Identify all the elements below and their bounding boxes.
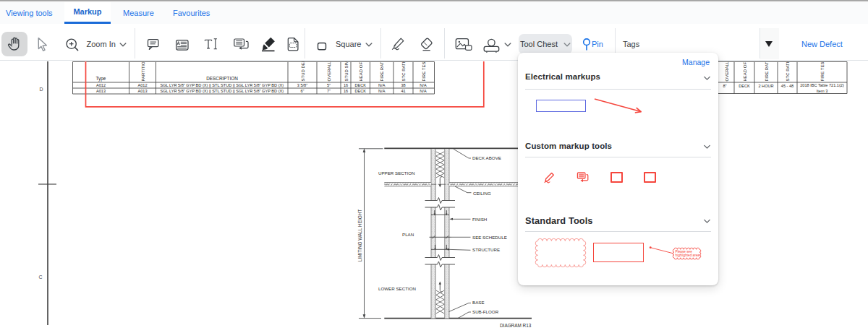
svg-text:DECK: DECK xyxy=(739,84,750,88)
svg-text:STUD SPA: STUD SPA xyxy=(344,61,349,82)
svg-text:DECK ABOVE: DECK ABOVE xyxy=(472,155,501,160)
svg-text:6": 6" xyxy=(300,89,304,93)
svg-text:45 - 48: 45 - 48 xyxy=(781,84,793,88)
svg-text:A013: A013 xyxy=(137,89,147,93)
svg-text:HEAD OF: HEAD OF xyxy=(743,61,747,81)
svg-text:8": 8" xyxy=(723,84,726,88)
svg-text:N/A: N/A xyxy=(420,83,427,87)
svg-text:N/A: N/A xyxy=(420,89,427,93)
svg-text:5": 5" xyxy=(327,83,331,87)
svg-text:38: 38 xyxy=(401,83,405,87)
svg-text:PLAN: PLAN xyxy=(402,232,414,237)
svg-text:A012: A012 xyxy=(96,83,106,87)
svg-text:FIRE RATI: FIRE RATI xyxy=(765,61,769,82)
svg-text:STRUCTURE: STRUCTURE xyxy=(472,247,500,252)
svg-text:2 HOUR: 2 HOUR xyxy=(758,84,773,88)
svg-text:A012: A012 xyxy=(137,83,147,87)
svg-text:2018 IBC Table 721.1(2): 2018 IBC Table 721.1(2) xyxy=(800,83,844,87)
svg-text:C: C xyxy=(38,274,42,280)
svg-text:DECK: DECK xyxy=(354,89,366,93)
svg-text:7": 7" xyxy=(327,89,331,93)
svg-text:16: 16 xyxy=(344,83,348,87)
svg-text:FINISH: FINISH xyxy=(472,217,487,222)
svg-text:LIMITING WALL HEIGHT: LIMITING WALL HEIGHT xyxy=(357,209,362,261)
svg-text:N/A: N/A xyxy=(378,89,386,93)
svg-text:DESCRIPTION: DESCRIPTION xyxy=(206,76,238,81)
svg-text:A013: A013 xyxy=(96,89,106,93)
svg-text:SUB-FLOOR: SUB-FLOOR xyxy=(472,309,499,314)
svg-text:16: 16 xyxy=(344,89,348,93)
svg-text:STC RATIO: STC RATIO xyxy=(786,61,790,82)
svg-text:DIAGRAM R13: DIAGRAM R13 xyxy=(500,323,532,328)
svg-text:OVERALL: OVERALL xyxy=(327,61,331,82)
svg-text:Item 3: Item 3 xyxy=(817,89,828,93)
svg-text:FIRE RATI: FIRE RATI xyxy=(380,61,384,82)
svg-text:HEAD OF: HEAD OF xyxy=(359,61,363,81)
svg-text:41: 41 xyxy=(401,89,405,93)
svg-text:CEILING: CEILING xyxy=(473,191,491,196)
svg-text:STC RATIO: STC RATIO xyxy=(401,61,406,82)
svg-text:SGL LYR 5/8" GYP BD (X) || STL: SGL LYR 5/8" GYP BD (X) || STL STUD || S… xyxy=(160,89,284,93)
svg-text:BASE: BASE xyxy=(472,300,485,305)
svg-text:UPPER SECTION: UPPER SECTION xyxy=(378,170,415,176)
svg-text:3 5/8": 3 5/8" xyxy=(297,83,307,87)
svg-text:FIRE TEST: FIRE TEST xyxy=(422,61,426,82)
svg-text:SEE SCHEDULE: SEE SCHEDULE xyxy=(472,235,507,240)
svg-text:SGL LYR 5/8" GYP BD (X) || STL: SGL LYR 5/8" GYP BD (X) || STL STUD || S… xyxy=(160,83,284,87)
svg-text:LOWER SECTION: LOWER SECTION xyxy=(378,286,416,291)
svg-text:DECK: DECK xyxy=(354,83,366,87)
svg-text:D: D xyxy=(39,87,43,92)
svg-text:N/A: N/A xyxy=(378,83,386,87)
svg-text:PARTITION: PARTITION xyxy=(141,61,145,82)
svg-text:FIRE TEST: FIRE TEST xyxy=(820,61,825,82)
svg-text:Type: Type xyxy=(96,76,106,82)
svg-text:STUD DEP: STUD DEP xyxy=(301,61,305,82)
svg-text:OVERALL: OVERALL xyxy=(725,61,729,82)
svg-text:highlighted area: highlighted area xyxy=(676,254,700,257)
